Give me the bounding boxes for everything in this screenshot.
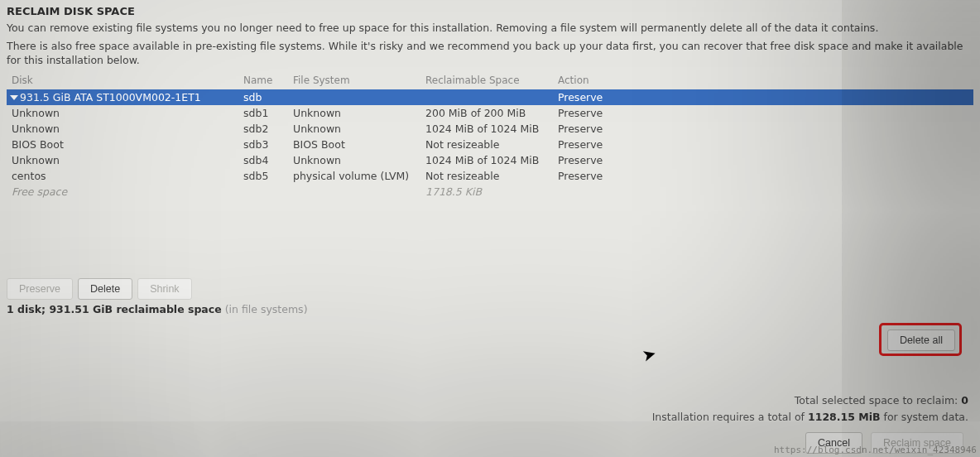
cell-disk: Free space — [7, 184, 238, 200]
col-fs: File System — [288, 71, 420, 89]
summary-prefix: 1 disk; 931.51 GiB reclaimable space — [7, 303, 222, 315]
summary-line: 1 disk; 931.51 GiB reclaimable space (in… — [7, 303, 973, 315]
col-disk: Disk — [7, 71, 238, 89]
cell-reclaimable: 1024 MiB of 1024 MiB — [420, 152, 553, 168]
cell-action: Preserve — [553, 105, 973, 121]
action-toolbar: Preserve Delete Shrink — [0, 274, 980, 303]
delete-button[interactable]: Delete — [78, 278, 132, 300]
cell-action — [553, 184, 973, 200]
dialog-description-1: You can remove existing file systems you… — [7, 21, 973, 36]
delete-all-button[interactable]: Delete all — [887, 330, 955, 351]
cell-filesystem: Unknown — [288, 152, 420, 168]
dialog-description-2: There is also free space available in pr… — [7, 39, 973, 68]
table-row[interactable]: Unknownsdb1Unknown200 MiB of 200 MiBPres… — [7, 105, 973, 121]
cell-disk: Unknown — [7, 105, 238, 121]
cell-filesystem: physical volume (LVM) — [288, 168, 420, 184]
cell-disk: 931.5 GiB ATA ST1000VM002-1ET1 — [7, 89, 238, 105]
cell-action: Preserve — [553, 121, 973, 137]
totals-block: Total selected space to reclaim: 0 Insta… — [652, 392, 968, 426]
required-suffix: for system data. — [884, 411, 968, 423]
cell-name: sdb5 — [238, 168, 288, 184]
cell-reclaimable: Not resizeable — [420, 168, 553, 184]
cell-filesystem — [288, 89, 420, 105]
required-value: 1128.15 MiB — [808, 411, 881, 423]
table-row[interactable]: Free space1718.5 KiB — [7, 184, 973, 200]
cell-name: sdb3 — [238, 137, 288, 152]
table-header-row: Disk Name File System Reclaimable Space … — [7, 71, 973, 89]
cell-filesystem: Unknown — [288, 121, 420, 137]
cell-reclaimable: 1718.5 KiB — [420, 184, 553, 200]
cursor-icon: ➤ — [640, 343, 658, 366]
cell-filesystem: Unknown — [288, 105, 420, 121]
shrink-button[interactable]: Shrink — [137, 278, 191, 300]
table-row[interactable]: 931.5 GiB ATA ST1000VM002-1ET1sdbPreserv… — [7, 89, 973, 105]
cell-name — [238, 184, 288, 200]
preserve-button[interactable]: Preserve — [7, 278, 73, 300]
cell-reclaimable: 1024 MiB of 1024 MiB — [420, 121, 553, 137]
col-name: Name — [238, 71, 288, 89]
cell-disk: centos — [7, 168, 238, 184]
cell-action: Preserve — [553, 137, 973, 152]
table-row[interactable]: BIOS Bootsdb3BIOS BootNot resizeablePres… — [7, 137, 973, 152]
table-row[interactable]: centossdb5physical volume (LVM)Not resiz… — [7, 168, 973, 184]
cell-name: sdb1 — [238, 105, 288, 121]
table-row[interactable]: Unknownsdb4Unknown1024 MiB of 1024 MiBPr… — [7, 152, 973, 168]
required-label: Installation requires a total of — [652, 411, 808, 423]
partition-table: Disk Name File System Reclaimable Space … — [7, 71, 973, 200]
cell-disk: Unknown — [7, 121, 238, 137]
cell-disk: BIOS Boot — [7, 137, 238, 152]
cell-name: sdb — [238, 89, 288, 105]
expand-icon[interactable] — [10, 95, 18, 100]
cell-action: Preserve — [553, 89, 973, 105]
cell-filesystem — [288, 184, 420, 200]
col-action: Action — [553, 71, 973, 89]
cell-filesystem: BIOS Boot — [288, 137, 420, 152]
cell-name: sdb2 — [238, 121, 288, 137]
dialog-title: RECLAIM DISK SPACE — [7, 5, 973, 17]
total-selected-value: 0 — [961, 394, 968, 406]
col-reclaim: Reclaimable Space — [420, 71, 553, 89]
cell-name: sdb4 — [238, 152, 288, 168]
cell-reclaimable — [420, 89, 553, 105]
cell-action: Preserve — [553, 168, 973, 184]
cell-disk: Unknown — [7, 152, 238, 168]
watermark-text: https://blog.csdn.net/weixin_42348946 — [774, 445, 977, 455]
summary-suffix: (in file systems) — [225, 303, 308, 315]
cell-reclaimable: Not resizeable — [420, 137, 553, 152]
total-selected-label: Total selected space to reclaim: — [795, 394, 961, 406]
table-row[interactable]: Unknownsdb2Unknown1024 MiB of 1024 MiBPr… — [7, 121, 973, 137]
cell-reclaimable: 200 MiB of 200 MiB — [420, 105, 553, 121]
cell-action: Preserve — [553, 152, 973, 168]
